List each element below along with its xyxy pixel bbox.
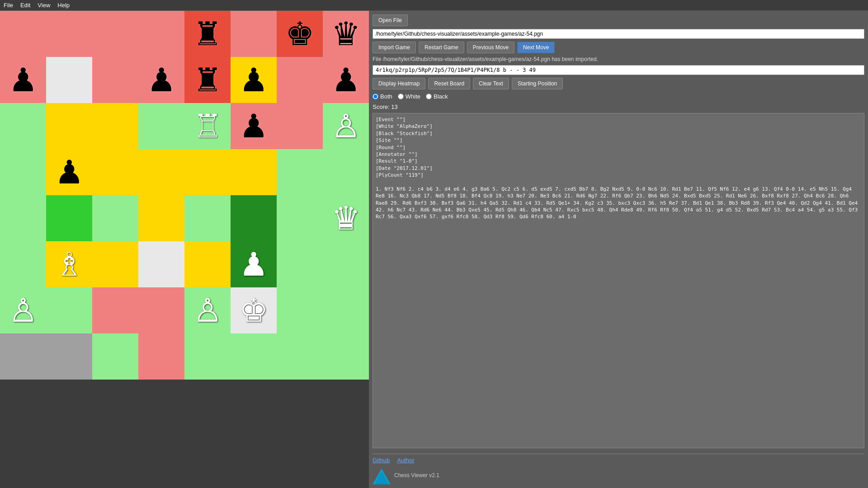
right-panel: Open File /home/tyler/Github/chess-visua… xyxy=(369,11,868,488)
chess-board-container: ♜♚♛♟♟♜♟♟♖♟♙♟♛♗♟♙♙♚ xyxy=(0,11,369,380)
board-cell-39[interactable]: ♛ xyxy=(323,195,369,241)
board-cell-10[interactable] xyxy=(92,57,138,103)
board-cell-48[interactable]: ♙ xyxy=(0,287,46,333)
board-cell-47[interactable] xyxy=(323,241,369,287)
board-cell-49[interactable] xyxy=(46,287,92,333)
board-cell-42[interactable] xyxy=(92,241,138,287)
board-cell-32[interactable] xyxy=(0,195,46,241)
board-cell-22[interactable] xyxy=(277,103,323,149)
chess-piece-21: ♟ xyxy=(239,110,269,142)
menu-edit[interactable]: Edit xyxy=(20,2,30,9)
board-cell-54[interactable] xyxy=(277,287,323,333)
display-heatmap-button[interactable]: Display Heatmap xyxy=(373,78,425,89)
chess-piece-12: ♜ xyxy=(193,64,222,96)
board-cell-8[interactable]: ♟ xyxy=(0,57,46,103)
menu-view[interactable]: View xyxy=(38,2,50,9)
board-cell-13[interactable]: ♟ xyxy=(231,57,277,103)
board-cell-34[interactable] xyxy=(92,195,138,241)
board-cell-40[interactable] xyxy=(0,241,46,287)
board-cell-16[interactable] xyxy=(0,103,46,149)
board-cell-61[interactable] xyxy=(231,333,277,380)
board-cell-41[interactable]: ♗ xyxy=(46,241,92,287)
open-file-button[interactable]: Open File xyxy=(373,14,408,26)
radio-black[interactable]: Black xyxy=(426,93,448,100)
board-cell-52[interactable]: ♙ xyxy=(184,287,231,333)
board-cell-29[interactable] xyxy=(231,149,277,195)
next-move-button[interactable]: Next Move xyxy=(517,42,555,53)
board-cell-21[interactable]: ♟ xyxy=(231,103,277,149)
radio-white[interactable]: White xyxy=(398,93,420,100)
board-cell-36[interactable] xyxy=(184,195,231,241)
version-label: Chess Viewer v2.1 xyxy=(394,472,439,479)
board-cell-4[interactable]: ♜ xyxy=(184,11,231,57)
board-cell-33[interactable] xyxy=(46,195,92,241)
board-cell-27[interactable] xyxy=(138,149,184,195)
board-cell-57[interactable] xyxy=(46,333,92,380)
radio-both[interactable]: Both xyxy=(373,93,392,100)
board-cell-50[interactable] xyxy=(92,287,138,333)
board-cell-5[interactable] xyxy=(231,11,277,57)
board-cell-51[interactable] xyxy=(138,287,184,333)
board-cell-3[interactable] xyxy=(138,11,184,57)
board-cell-7[interactable]: ♛ xyxy=(323,11,369,57)
board-cell-28[interactable] xyxy=(184,149,231,195)
board-cell-15[interactable]: ♟ xyxy=(323,57,369,103)
app-logo xyxy=(373,466,391,484)
board-cell-60[interactable] xyxy=(184,333,231,380)
board-cell-43[interactable] xyxy=(138,241,184,287)
chess-piece-45: ♟ xyxy=(239,248,269,281)
board-cell-63[interactable] xyxy=(323,333,369,380)
import-message: File /home/tyler/Github/chess-visualizer… xyxy=(373,56,864,62)
menu-bar: File Edit View Help xyxy=(0,0,868,11)
board-cell-14[interactable] xyxy=(277,57,323,103)
pgn-text-area[interactable]: [Event ""] [White "AlphaZero"] [Black "S… xyxy=(373,113,864,448)
chess-piece-13: ♟ xyxy=(239,64,269,96)
board-cell-56[interactable] xyxy=(0,333,46,380)
chess-piece-48: ♙ xyxy=(9,294,38,327)
chess-piece-41: ♗ xyxy=(55,248,84,281)
board-cell-6[interactable]: ♚ xyxy=(277,11,323,57)
board-cell-59[interactable] xyxy=(138,333,184,380)
board-cell-45[interactable]: ♟ xyxy=(231,241,277,287)
board-cell-2[interactable] xyxy=(92,11,138,57)
board-cell-37[interactable] xyxy=(231,195,277,241)
board-cell-20[interactable]: ♖ xyxy=(184,103,231,149)
menu-file[interactable]: File xyxy=(4,2,13,9)
board-cell-19[interactable] xyxy=(138,103,184,149)
import-game-button[interactable]: Import Game xyxy=(373,42,416,53)
board-cell-55[interactable] xyxy=(323,287,369,333)
board-cell-1[interactable] xyxy=(46,11,92,57)
board-cell-18[interactable] xyxy=(92,103,138,149)
board-cell-35[interactable] xyxy=(138,195,184,241)
board-cell-0[interactable] xyxy=(0,11,46,57)
reset-board-button[interactable]: Reset Board xyxy=(428,78,470,89)
board-cell-9[interactable] xyxy=(46,57,92,103)
author-link[interactable]: Author xyxy=(397,457,414,464)
menu-help[interactable]: Help xyxy=(57,2,70,9)
board-cell-44[interactable] xyxy=(184,241,231,287)
board-cell-11[interactable]: ♟ xyxy=(138,57,184,103)
board-cell-23[interactable]: ♙ xyxy=(323,103,369,149)
file-path-bar: /home/tyler/Github/chess-visualizer/asse… xyxy=(373,29,864,39)
board-cell-25[interactable]: ♟ xyxy=(46,149,92,195)
clear-text-button[interactable]: Clear Text xyxy=(473,78,509,89)
restart-game-button[interactable]: Restart Game xyxy=(419,42,464,53)
board-cell-12[interactable]: ♜ xyxy=(184,57,231,103)
starting-position-button[interactable]: Starting Position xyxy=(512,78,563,89)
github-link[interactable]: Github xyxy=(373,457,390,464)
board-cell-17[interactable] xyxy=(46,103,92,149)
board-cell-62[interactable] xyxy=(277,333,323,380)
board-cell-24[interactable] xyxy=(0,149,46,195)
board-cell-38[interactable] xyxy=(277,195,323,241)
board-cell-46[interactable] xyxy=(277,241,323,287)
board-cell-30[interactable] xyxy=(277,149,323,195)
chess-piece-23: ♙ xyxy=(331,110,361,142)
board-cell-58[interactable] xyxy=(92,333,138,380)
board-cell-31[interactable] xyxy=(323,149,369,195)
board-cell-26[interactable] xyxy=(92,149,138,195)
previous-move-button[interactable]: Previous Move xyxy=(467,42,514,53)
chess-piece-7: ♛ xyxy=(331,18,361,50)
chess-piece-8: ♟ xyxy=(9,64,38,96)
board-cell-53[interactable]: ♚ xyxy=(231,287,277,333)
fen-bar: 4r1kq/p2rp1p/5RpP/2p5/7Q/1B4P1/P4PK1/8 b… xyxy=(373,65,864,75)
